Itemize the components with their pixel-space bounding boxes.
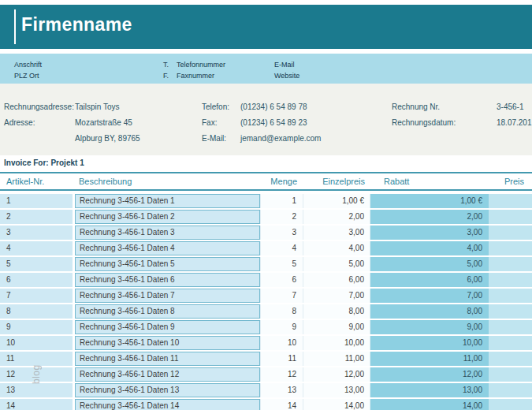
cell-einzelpreis[interactable]: 8,00: [303, 304, 370, 319]
cell-preis[interactable]: [489, 194, 532, 208]
cell-artikel-nr[interactable]: 1: [0, 194, 73, 208]
cell-einzelpreis[interactable]: 5,00: [303, 257, 370, 271]
cell-rabatt[interactable]: 6,00: [370, 273, 489, 287]
cell-rabatt[interactable]: 8,00: [370, 304, 489, 319]
cell-preis[interactable]: [489, 383, 532, 397]
cell-beschreibung[interactable]: Rechnung 3-456-1 Daten 5: [75, 257, 260, 271]
column-header-artikel-nr[interactable]: Artikel-Nr.: [0, 177, 75, 186]
cell-menge[interactable]: 7: [260, 289, 303, 303]
column-header-menge[interactable]: Menge: [260, 177, 303, 186]
cell-menge[interactable]: 11: [260, 352, 303, 366]
items-table: Artikel-Nr. Beschreibung Menge Einzelpre…: [0, 172, 532, 410]
anschrift-label: Anschrift: [14, 61, 42, 69]
cell-beschreibung[interactable]: Rechnung 3-456-1 Daten 4: [75, 241, 260, 255]
cell-beschreibung[interactable]: Rechnung 3-456-1 Daten 1: [75, 194, 260, 208]
cell-preis[interactable]: [489, 320, 532, 334]
cell-rabatt[interactable]: 2,00: [370, 210, 489, 224]
cell-rabatt[interactable]: 7,00: [370, 289, 489, 303]
cell-rabatt[interactable]: 14,00: [370, 399, 489, 410]
cell-beschreibung[interactable]: Rechnung 3-456-1 Daten 8: [75, 304, 260, 319]
cell-preis[interactable]: [489, 352, 532, 366]
cell-preis[interactable]: [489, 367, 532, 382]
cell-einzelpreis[interactable]: 9,00: [303, 320, 370, 334]
cell-beschreibung[interactable]: Rechnung 3-456-1 Daten 7: [75, 289, 260, 303]
cell-preis[interactable]: [489, 273, 532, 287]
cell-preis[interactable]: [489, 399, 532, 410]
cell-artikel-nr[interactable]: 7: [0, 289, 73, 303]
cell-artikel-nr[interactable]: 3: [0, 226, 73, 240]
cell-einzelpreis[interactable]: 3,00: [303, 226, 370, 240]
column-header-preis[interactable]: Preis: [489, 177, 532, 186]
cell-einzelpreis[interactable]: 6,00: [303, 273, 370, 287]
cell-preis[interactable]: [489, 226, 532, 240]
cell-menge[interactable]: 14: [260, 399, 303, 410]
cell-einzelpreis[interactable]: 4,00: [303, 241, 370, 255]
cell-rabatt[interactable]: 4,00: [370, 241, 489, 255]
cell-einzelpreis[interactable]: 14,00: [303, 399, 370, 410]
cell-artikel-nr[interactable]: 2: [0, 210, 73, 224]
cell-artikel-nr[interactable]: 6: [0, 273, 73, 287]
cell-rabatt[interactable]: 3,00: [370, 226, 489, 240]
cell-preis[interactable]: [489, 336, 532, 350]
cell-einzelpreis[interactable]: 10,00: [303, 336, 370, 350]
table-row: 13 Rechnung 3-456-1 Daten 13 13 13,00 13…: [0, 383, 532, 397]
cell-einzelpreis[interactable]: 2,00: [303, 210, 370, 224]
cell-artikel-nr[interactable]: 10: [0, 336, 73, 350]
cell-menge[interactable]: 3: [260, 226, 303, 240]
cell-einzelpreis[interactable]: 1,00 €: [303, 194, 370, 208]
cell-rabatt[interactable]: 9,00: [370, 320, 489, 334]
cell-rabatt[interactable]: 10,00: [370, 336, 489, 350]
cell-menge[interactable]: 2: [260, 210, 303, 224]
cell-beschreibung[interactable]: Rechnung 3-456-1 Daten 9: [75, 320, 260, 334]
column-header-beschreibung[interactable]: Beschreibung: [75, 177, 260, 186]
cell-menge[interactable]: 4: [260, 241, 303, 255]
email-label: E-Mail:: [202, 134, 226, 144]
cell-einzelpreis[interactable]: 13,00: [303, 383, 370, 397]
table-row: 12 Rechnung 3-456-1 Daten 12 12 12,00 12…: [0, 367, 532, 382]
cell-artikel-nr[interactable]: 13: [0, 383, 73, 397]
cell-beschreibung[interactable]: Rechnung 3-456-1 Daten 6: [75, 273, 260, 287]
cell-rabatt[interactable]: 13,00: [370, 383, 489, 397]
cell-menge[interactable]: 9: [260, 320, 303, 334]
rechnungsadresse-value: Tailspin Toys: [75, 102, 120, 112]
cell-beschreibung[interactable]: Rechnung 3-456-1 Daten 13: [75, 383, 260, 397]
cell-artikel-nr[interactable]: 14: [0, 399, 73, 410]
f-prefix-label: F.: [163, 72, 169, 80]
cell-einzelpreis[interactable]: 7,00: [303, 289, 370, 303]
invoice-for-label: Invoice For: Projekt 1: [4, 158, 84, 167]
cell-artikel-nr[interactable]: 9: [0, 320, 73, 334]
cell-rabatt[interactable]: 11,00: [370, 352, 489, 366]
cell-beschreibung[interactable]: Rechnung 3-456-1 Daten 14: [75, 399, 260, 410]
rechnung-nr-value: 3-456-1: [497, 102, 523, 112]
cell-menge[interactable]: 5: [260, 257, 303, 271]
table-row: 9 Rechnung 3-456-1 Daten 9 9 9,00 9,00: [0, 320, 532, 334]
cell-preis[interactable]: [489, 210, 532, 224]
rechnungsdatum-value: 18.07.201: [497, 118, 532, 128]
cell-rabatt[interactable]: 12,00: [370, 367, 489, 382]
cell-menge[interactable]: 13: [260, 383, 303, 397]
cell-preis[interactable]: [489, 257, 532, 271]
cell-beschreibung[interactable]: Rechnung 3-456-1 Daten 2: [75, 210, 260, 224]
column-header-rabatt[interactable]: Rabatt: [370, 177, 489, 186]
cell-rabatt[interactable]: 1,00 €: [370, 194, 489, 208]
cell-menge[interactable]: 10: [260, 336, 303, 350]
cell-menge[interactable]: 8: [260, 304, 303, 319]
cell-beschreibung[interactable]: Rechnung 3-456-1 Daten 10: [75, 336, 260, 350]
cell-preis[interactable]: [489, 241, 532, 255]
cell-preis[interactable]: [489, 289, 532, 303]
cell-preis[interactable]: [489, 304, 532, 319]
cell-menge[interactable]: 6: [260, 273, 303, 287]
cell-beschreibung[interactable]: Rechnung 3-456-1 Daten 3: [75, 226, 260, 240]
cell-einzelpreis[interactable]: 11,00: [303, 352, 370, 366]
cell-artikel-nr[interactable]: 4: [0, 241, 73, 255]
cell-einzelpreis[interactable]: 12,00: [303, 367, 370, 382]
cell-menge[interactable]: 1: [260, 194, 303, 208]
cell-artikel-nr[interactable]: 8: [0, 304, 73, 319]
cell-rabatt[interactable]: 5,00: [370, 257, 489, 271]
cell-beschreibung[interactable]: Rechnung 3-456-1 Daten 12: [75, 367, 260, 382]
cell-menge[interactable]: 12: [260, 367, 303, 382]
column-header-einzelpreis[interactable]: Einzelpreis: [303, 177, 370, 186]
email-value: jemand@example.com: [240, 134, 321, 144]
cell-beschreibung[interactable]: Rechnung 3-456-1 Daten 11: [75, 352, 260, 366]
cell-artikel-nr[interactable]: 5: [0, 257, 73, 271]
